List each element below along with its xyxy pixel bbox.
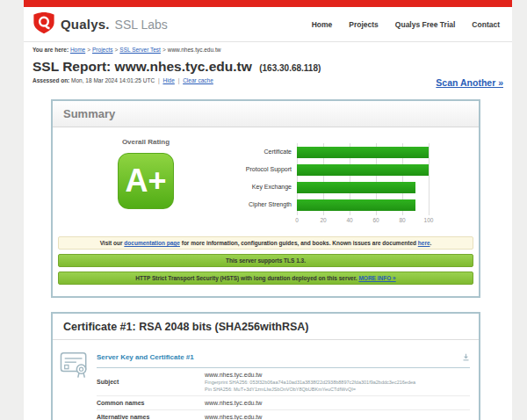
chart-tick-label: 0 <box>295 217 299 223</box>
notice-text: for more information, configuration guid… <box>180 240 418 246</box>
known-issues-link[interactable]: here <box>418 240 430 246</box>
documentation-notice: Visit our documentation page for more in… <box>58 236 473 250</box>
chart-tick-label: 60 <box>372 217 379 223</box>
cert-value-text: www.nhes.tyc.edu.tw <box>205 414 262 420</box>
certificate-icon <box>60 349 97 420</box>
table-row: Subjectwww.nhes.tyc.edu.twFingerprint SH… <box>97 368 470 396</box>
assessed-value: Mon, 18 Mar 2024 14:01:25 UTC <box>71 77 155 83</box>
nav-item-qualys-free-trial[interactable]: Qualys Free Trial <box>395 20 456 29</box>
breadcrumb-link[interactable]: Projects <box>92 47 112 53</box>
certificate-body: Server Key and Certificate #1 Subjectwww… <box>53 340 479 420</box>
assessed-row: Assessed on: Mon, 18 Mar 2024 14:01:25 U… <box>24 75 512 88</box>
cert-value-text: www.nhes.tyc.edu.tw <box>205 400 262 406</box>
cert-row-value: www.nhes.tyc.edu.tw <box>205 400 262 406</box>
cert-row-value: www.nhes.tyc.edu.tw <box>205 414 262 420</box>
chart-tick-label: 80 <box>399 217 405 223</box>
nav-item-home[interactable]: Home <box>312 20 333 29</box>
breadcrumb-prefix: You are here: <box>32 47 69 53</box>
cert-row-label: Common names <box>97 400 205 406</box>
chart-category-protocol-support: Protocol Support <box>239 161 297 178</box>
notice-text: HTTP Strict Transport Security (HSTS) wi… <box>135 275 357 281</box>
separator: > <box>87 47 90 53</box>
assessed-on: Assessed on: Mon, 18 Mar 2024 14:01:25 U… <box>32 77 213 83</box>
summary-panel: Summary Overall Rating A+ CertificatePro… <box>51 99 480 298</box>
cert-row-label: Subject <box>97 379 205 385</box>
notice-text: Visit our <box>100 240 125 246</box>
summary-notices: Visit our documentation page for more in… <box>53 228 479 296</box>
scan-another-link[interactable]: Scan Another » <box>436 77 503 88</box>
top-red-bar <box>24 0 512 7</box>
certificate-main: Server Key and Certificate #1 Subjectwww… <box>97 349 470 420</box>
chart-category-labels: CertificateProtocol SupportKey ExchangeC… <box>239 143 297 228</box>
tls13-notice: This server supports TLS 1.3. <box>58 254 473 267</box>
brand[interactable]: Qualys. SSL Labs <box>32 11 168 38</box>
clear-cache-link[interactable]: Clear cache <box>183 77 213 83</box>
chart-tick-label: 100 <box>424 217 434 223</box>
top-nav: HomeProjectsQualys Free TrialContact <box>312 20 500 29</box>
documentation-page-link[interactable]: documentation page <box>124 240 180 246</box>
overall-rating: Overall Rating A+ <box>53 138 239 228</box>
separator: | <box>178 77 180 83</box>
brand-ssl-labs: SSL Labs <box>115 18 168 32</box>
overall-rating-label: Overall Rating <box>53 138 239 146</box>
table-row: Common nameswww.nhes.tyc.edu.tw <box>97 396 470 410</box>
breadcrumb-links: Home>Projects>SSL Server Test>www.nhes.t… <box>70 47 221 53</box>
chart-category-key-exchange: Key Exchange <box>239 178 297 196</box>
breadcrumb: You are here: Home>Projects>SSL Server T… <box>24 42 512 56</box>
notice-text: This server supports TLS 1.3. <box>226 257 306 264</box>
chart-bar <box>297 182 415 193</box>
certificate-table: Subjectwww.nhes.tyc.edu.twFingerprint SH… <box>97 368 470 420</box>
qualys-logo-icon <box>32 11 55 38</box>
notice-text: . <box>430 240 432 246</box>
table-row: Alternative nameswww.nhes.tyc.edu.tw <box>97 410 470 420</box>
cert-section-title: Server Key and Certificate #1 <box>97 353 194 361</box>
breadcrumb-link[interactable]: SSL Server Test <box>119 47 161 53</box>
cert-row-label: Alternative names <box>97 414 205 420</box>
cert-section-header: Server Key and Certificate #1 <box>97 349 470 368</box>
chart-bar <box>297 199 415 211</box>
server-ip: (163.30.68.118) <box>259 63 321 73</box>
chart-bar <box>297 147 429 158</box>
report-title-row: SSL Report: www.nhes.tyc.edu.tw (163.30.… <box>24 56 512 75</box>
rating-chart: CertificateProtocol SupportKey ExchangeC… <box>239 138 439 228</box>
site-header: Qualys. SSL Labs HomeProjectsQualys Free… <box>24 7 512 42</box>
separator: > <box>162 47 166 53</box>
chart-tick-label: 20 <box>320 217 326 223</box>
nav-item-projects[interactable]: Projects <box>349 20 379 29</box>
page: Qualys. SSL Labs HomeProjectsQualys Free… <box>24 0 512 420</box>
hsts-notice: HTTP Strict Transport Security (HSTS) wi… <box>58 272 473 285</box>
assessed-label: Assessed on: <box>32 77 69 83</box>
brand-qualys: Qualys. <box>61 17 110 32</box>
separator: | <box>158 77 160 83</box>
download-icon[interactable] <box>462 349 470 365</box>
summary-header: Summary <box>53 101 479 127</box>
chart-tick-label: 40 <box>346 217 352 223</box>
cert-value-detail: Fingerprint SHA256: 053f32b06aa74a10ad31… <box>205 380 415 385</box>
more-info-link[interactable]: MORE INFO » <box>358 275 395 281</box>
hide-link[interactable]: Hide <box>162 77 174 83</box>
chart-category-cipher-strength: Cipher Strength <box>239 196 297 214</box>
chart-category-certificate: Certificate <box>239 143 297 161</box>
nav-item-contact[interactable]: Contact <box>472 20 500 29</box>
chart-bar <box>297 164 429 176</box>
chart-gridline <box>429 143 430 215</box>
summary-body: Overall Rating A+ CertificateProtocol Su… <box>53 127 479 228</box>
page-title: SSL Report: www.nhes.tyc.edu.tw <box>32 59 252 74</box>
certificate-header: Certificate #1: RSA 2048 bits (SHA256wit… <box>53 314 479 340</box>
chart-plot-area: 020406080100 <box>297 143 439 228</box>
breadcrumb-current: www.nhes.tyc.edu.tw <box>168 47 221 53</box>
cert-value-detail: Pin SHA256: MuT+3dY1zmLIwJSbOnVObY8QbUBK… <box>205 387 415 392</box>
cert-value-text: www.nhes.tyc.edu.tw <box>205 372 415 378</box>
breadcrumb-link[interactable]: Home <box>70 47 85 53</box>
certificate-panel: Certificate #1: RSA 2048 bits (SHA256wit… <box>51 312 480 420</box>
grade-badge: A+ <box>118 153 174 209</box>
separator: > <box>115 47 119 53</box>
cert-row-value: www.nhes.tyc.edu.twFingerprint SHA256: 0… <box>205 372 415 392</box>
